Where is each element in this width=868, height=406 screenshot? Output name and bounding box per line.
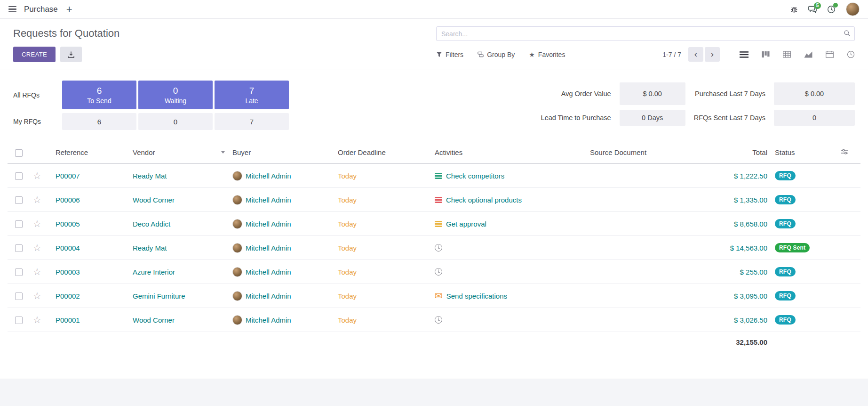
row-checkbox[interactable]	[15, 268, 23, 276]
optional-columns-button[interactable]	[837, 141, 860, 164]
row-checkbox[interactable]	[15, 196, 23, 204]
user-avatar[interactable]	[846, 2, 860, 16]
kanban-view-button[interactable]	[762, 51, 770, 58]
row-checkbox[interactable]	[15, 220, 23, 228]
envelope-icon[interactable]	[435, 292, 443, 299]
row-checkbox[interactable]	[15, 172, 23, 180]
vendor-link[interactable]: Ready Mat	[133, 244, 167, 252]
header-total[interactable]: Total	[701, 141, 771, 164]
reference-link[interactable]: P00007	[56, 172, 80, 180]
tile-late[interactable]: 7 Late	[215, 81, 289, 109]
select-all-checkbox[interactable]	[15, 149, 23, 157]
vendor-link[interactable]: Deco Addict	[133, 220, 170, 228]
messages-icon[interactable]: 5	[808, 6, 817, 13]
buyer-link[interactable]: Mitchell Admin	[246, 316, 291, 324]
favorite-star-icon[interactable]: ☆	[33, 195, 41, 205]
row-checkbox[interactable]	[15, 244, 23, 252]
activity-list-icon[interactable]	[435, 197, 442, 203]
graph-view-button[interactable]	[804, 51, 812, 58]
vendor-link[interactable]: Ready Mat	[133, 172, 167, 180]
reference-link[interactable]: P00004	[56, 244, 80, 252]
row-checkbox[interactable]	[15, 292, 23, 300]
activity-view-button[interactable]	[847, 50, 855, 58]
tile-waiting[interactable]: 0 Waiting	[138, 81, 213, 109]
sort-caret-icon[interactable]	[221, 151, 225, 154]
buyer-link[interactable]: Mitchell Admin	[246, 244, 291, 252]
star-icon: ★	[529, 51, 535, 58]
list-view-button[interactable]	[740, 51, 749, 58]
activity-list-icon[interactable]	[435, 173, 442, 179]
header-reference[interactable]: Reference	[52, 141, 129, 164]
reference-link[interactable]: P00006	[56, 196, 80, 204]
plus-icon[interactable]: +	[66, 4, 72, 15]
favorite-star-icon[interactable]: ☆	[33, 243, 41, 253]
apps-menu-icon[interactable]	[8, 6, 16, 13]
header-status[interactable]: Status	[771, 141, 837, 164]
vendor-link[interactable]: Azure Interior	[133, 268, 175, 276]
reference-link[interactable]: P00005	[56, 220, 80, 228]
filter-funnel-icon	[436, 51, 442, 57]
buyer-link[interactable]: Mitchell Admin	[246, 268, 291, 276]
create-button[interactable]: CREATE	[13, 47, 56, 62]
favorite-star-icon[interactable]: ☆	[33, 219, 41, 229]
debug-bug-icon[interactable]	[790, 6, 798, 13]
table-row[interactable]: ☆ P00002 Gemini Furniture Mitchell Admin…	[8, 284, 860, 308]
buyer-link[interactable]: Mitchell Admin	[246, 196, 291, 204]
search-input[interactable]	[436, 26, 855, 41]
table-row[interactable]: ☆ P00005 Deco Addict Mitchell Admin Toda…	[8, 212, 860, 236]
reference-link[interactable]: P00002	[56, 292, 80, 300]
messages-count-badge: 5	[814, 2, 821, 9]
clock-icon[interactable]	[435, 244, 442, 252]
group-by-button[interactable]: Group By	[478, 51, 515, 58]
table-row[interactable]: ☆ P00003 Azure Interior Mitchell Admin T…	[8, 260, 860, 284]
header-order-deadline[interactable]: Order Deadline	[334, 141, 431, 164]
calendar-view-button[interactable]	[826, 51, 834, 58]
activity-label[interactable]: Check competitors	[446, 172, 504, 180]
app-name[interactable]: Purchase	[24, 5, 58, 14]
favorites-button[interactable]: ★ Favorites	[529, 51, 565, 58]
pager-next-button[interactable]: ›	[705, 47, 720, 62]
activity-label[interactable]: Send specifications	[446, 292, 507, 300]
table-row[interactable]: ☆ P00007 Ready Mat Mitchell Admin Today …	[8, 164, 860, 188]
dashboard-stats: Avg Order Value $ 0.00 Purchased Last 7 …	[541, 82, 855, 126]
favorite-star-icon[interactable]: ☆	[33, 315, 41, 325]
header-buyer[interactable]: Buyer	[229, 141, 334, 164]
header-vendor[interactable]: Vendor	[129, 141, 229, 164]
vendor-link[interactable]: Gemini Furniture	[133, 292, 185, 300]
my-late[interactable]: 7	[215, 113, 289, 130]
activities-clock-icon[interactable]	[827, 5, 836, 14]
activities-count-badge	[833, 3, 838, 8]
header-source-document[interactable]: Source Document	[586, 141, 701, 164]
activity-label[interactable]: Get approval	[446, 220, 486, 228]
activity-label[interactable]: Check optional products	[446, 196, 522, 204]
table-row[interactable]: ☆ P00001 Wood Corner Mitchell Admin Toda…	[8, 308, 860, 332]
pivot-view-button[interactable]	[783, 51, 791, 58]
favorite-star-icon[interactable]: ☆	[33, 267, 41, 277]
buyer-link[interactable]: Mitchell Admin	[246, 292, 291, 300]
pager-previous-button[interactable]: ‹	[688, 47, 703, 62]
tile-to-send[interactable]: 6 To Send	[62, 81, 136, 109]
search-icon[interactable]	[844, 30, 851, 39]
table-row[interactable]: ☆ P00004 Ready Mat Mitchell Admin Today …	[8, 236, 860, 260]
search-box[interactable]	[436, 26, 855, 41]
filters-button[interactable]: Filters	[436, 51, 463, 58]
my-waiting[interactable]: 0	[138, 113, 213, 130]
favorite-star-icon[interactable]: ☆	[33, 291, 41, 301]
favorite-star-icon[interactable]: ☆	[33, 171, 41, 181]
vendor-link[interactable]: Wood Corner	[133, 196, 175, 204]
reference-link[interactable]: P00003	[56, 268, 80, 276]
buyer-link[interactable]: Mitchell Admin	[246, 220, 291, 228]
clock-icon[interactable]	[435, 316, 442, 324]
row-checkbox[interactable]	[15, 317, 23, 324]
table-row[interactable]: ☆ P00006 Wood Corner Mitchell Admin Toda…	[8, 188, 860, 212]
clock-icon[interactable]	[435, 268, 442, 276]
order-deadline-value: Today	[338, 244, 357, 252]
header-activities[interactable]: Activities	[431, 141, 586, 164]
activity-list-icon[interactable]	[435, 221, 442, 227]
status-badge: RFQ	[775, 291, 796, 300]
download-button[interactable]	[60, 47, 82, 62]
buyer-link[interactable]: Mitchell Admin	[246, 172, 291, 180]
vendor-link[interactable]: Wood Corner	[133, 316, 175, 324]
my-to-send[interactable]: 6	[62, 113, 136, 130]
reference-link[interactable]: P00001	[56, 316, 80, 324]
